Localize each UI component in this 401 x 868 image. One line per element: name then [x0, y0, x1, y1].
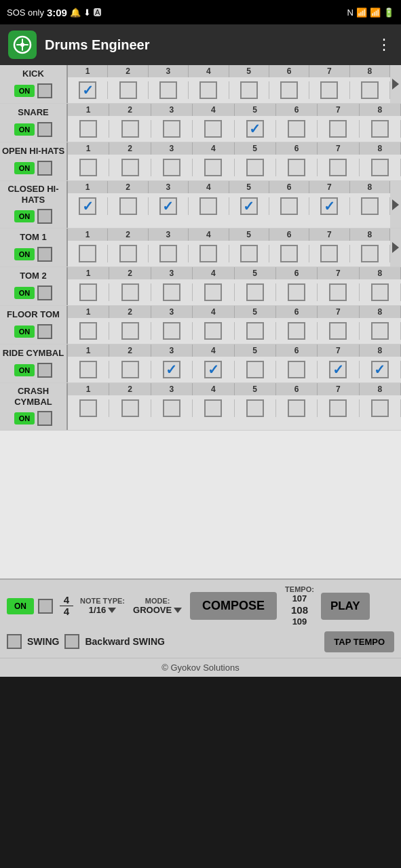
beat-checkbox-7-4[interactable] — [246, 361, 264, 378]
beat-checkbox-5-4[interactable] — [246, 283, 264, 301]
beat-checkbox-1-3[interactable] — [204, 120, 222, 138]
beat-checkbox-3-2[interactable] — [159, 197, 177, 215]
beat-checkbox-2-4[interactable] — [246, 159, 264, 176]
compose-button[interactable]: COMPOSE — [190, 592, 277, 620]
on-button-7[interactable]: ON — [14, 364, 35, 376]
beat-checkbox-3-3[interactable] — [199, 197, 217, 215]
beat-checkbox-5-6[interactable] — [329, 283, 347, 301]
beat-checkbox-4-1[interactable] — [119, 245, 137, 262]
beat-checkbox-1-2[interactable] — [163, 120, 180, 138]
beat-checkbox-0-3[interactable] — [199, 81, 217, 99]
beat-checkbox-1-4[interactable] — [246, 120, 264, 138]
beat-checkbox-2-5[interactable] — [288, 159, 305, 176]
row-checkbox-3[interactable] — [37, 209, 52, 224]
beat-checkbox-6-0[interactable] — [79, 322, 97, 340]
beat-checkbox-6-6[interactable] — [329, 322, 347, 340]
beat-checkbox-1-6[interactable] — [329, 120, 347, 138]
beat-checkbox-0-4[interactable] — [240, 81, 258, 99]
beat-checkbox-5-1[interactable] — [121, 283, 139, 301]
on-button-4[interactable]: ON — [14, 248, 35, 260]
beat-checkbox-3-7[interactable] — [361, 197, 379, 215]
beat-checkbox-4-5[interactable] — [280, 245, 298, 262]
beat-checkbox-8-5[interactable] — [288, 399, 305, 417]
beat-checkbox-7-6[interactable] — [329, 361, 347, 378]
beat-checkbox-5-0[interactable] — [79, 283, 97, 301]
row-checkbox-1[interactable] — [37, 122, 52, 137]
beat-checkbox-1-7[interactable] — [371, 120, 389, 138]
beat-checkbox-3-5[interactable] — [280, 197, 298, 215]
beat-checkbox-0-7[interactable] — [361, 81, 379, 99]
mode-value[interactable]: GROOVE — [133, 605, 182, 615]
beat-checkbox-0-5[interactable] — [280, 81, 298, 99]
beat-checkbox-8-0[interactable] — [79, 399, 97, 417]
row-checkbox-2[interactable] — [37, 161, 52, 176]
beat-checkbox-8-2[interactable] — [163, 399, 180, 417]
tap-tempo-button[interactable]: TAP TEMPO — [324, 631, 394, 652]
beat-checkbox-2-3[interactable] — [204, 159, 222, 176]
beat-checkbox-3-4[interactable] — [240, 197, 258, 215]
beat-checkbox-3-6[interactable] — [320, 197, 338, 215]
row-checkbox-6[interactable] — [37, 324, 52, 339]
beat-checkbox-4-7[interactable] — [361, 245, 379, 262]
scroll-indicator-4[interactable] — [390, 229, 401, 267]
play-button[interactable]: PLAY — [321, 593, 370, 620]
beat-checkbox-2-6[interactable] — [329, 159, 347, 176]
scroll-indicator-0[interactable] — [390, 65, 401, 103]
row-checkbox-7[interactable] — [37, 363, 52, 378]
beat-checkbox-3-1[interactable] — [119, 197, 137, 215]
beat-checkbox-5-2[interactable] — [163, 283, 180, 301]
beat-checkbox-2-1[interactable] — [121, 159, 139, 176]
global-on-checkbox[interactable] — [38, 599, 53, 614]
beat-checkbox-7-0[interactable] — [79, 361, 97, 378]
beat-checkbox-7-3[interactable] — [204, 361, 222, 378]
beat-checkbox-6-1[interactable] — [121, 322, 139, 340]
beat-checkbox-4-6[interactable] — [320, 245, 338, 262]
beat-checkbox-4-0[interactable] — [79, 245, 96, 262]
beat-checkbox-6-7[interactable] — [371, 322, 389, 340]
on-button-3[interactable]: ON — [14, 210, 35, 222]
beat-checkbox-6-4[interactable] — [246, 322, 264, 340]
on-button-8[interactable]: ON — [14, 412, 35, 425]
beat-checkbox-8-6[interactable] — [329, 399, 347, 417]
beat-checkbox-7-2[interactable] — [163, 361, 180, 378]
beat-checkbox-1-5[interactable] — [288, 120, 305, 138]
beat-checkbox-6-5[interactable] — [288, 322, 305, 340]
on-button-1[interactable]: ON — [14, 123, 35, 136]
tempo-scroll[interactable]: 107 108 109 — [291, 593, 308, 627]
beat-checkbox-2-7[interactable] — [371, 159, 389, 176]
beat-checkbox-3-0[interactable] — [79, 197, 96, 215]
beat-checkbox-5-3[interactable] — [204, 283, 222, 301]
beat-checkbox-1-1[interactable] — [121, 120, 139, 138]
beat-checkbox-6-3[interactable] — [204, 322, 222, 340]
beat-checkbox-7-1[interactable] — [121, 361, 139, 378]
row-checkbox-4[interactable] — [37, 247, 52, 262]
beat-checkbox-6-2[interactable] — [163, 322, 180, 340]
on-button-0[interactable]: ON — [14, 85, 35, 97]
row-checkbox-8[interactable] — [37, 411, 52, 426]
swing-checkbox[interactable] — [7, 634, 22, 649]
beat-checkbox-4-3[interactable] — [199, 245, 217, 262]
beat-checkbox-4-4[interactable] — [240, 245, 258, 262]
beat-checkbox-0-0[interactable] — [79, 81, 96, 99]
beat-checkbox-0-2[interactable] — [159, 81, 177, 99]
menu-button[interactable]: ⋮ — [377, 36, 393, 54]
beat-checkbox-7-7[interactable] — [371, 361, 389, 378]
beat-checkbox-2-0[interactable] — [79, 159, 97, 176]
note-type-value[interactable]: 1/16 — [89, 605, 116, 615]
on-button-2[interactable]: ON — [14, 162, 35, 174]
beat-checkbox-0-1[interactable] — [119, 81, 137, 99]
beat-checkbox-4-2[interactable] — [159, 245, 177, 262]
beat-checkbox-2-2[interactable] — [163, 159, 180, 176]
row-checkbox-0[interactable] — [37, 83, 52, 98]
global-on-button[interactable]: ON — [7, 598, 34, 614]
beat-checkbox-8-1[interactable] — [121, 399, 139, 417]
beat-checkbox-8-7[interactable] — [371, 399, 389, 417]
scroll-indicator-3[interactable] — [390, 181, 401, 228]
beat-checkbox-0-6[interactable] — [320, 81, 338, 99]
beat-checkbox-5-7[interactable] — [371, 283, 389, 301]
beat-checkbox-8-3[interactable] — [204, 399, 222, 417]
row-checkbox-5[interactable] — [37, 285, 52, 300]
beat-checkbox-5-5[interactable] — [288, 283, 305, 301]
on-button-6[interactable]: ON — [14, 326, 35, 338]
on-button-5[interactable]: ON — [14, 287, 35, 299]
